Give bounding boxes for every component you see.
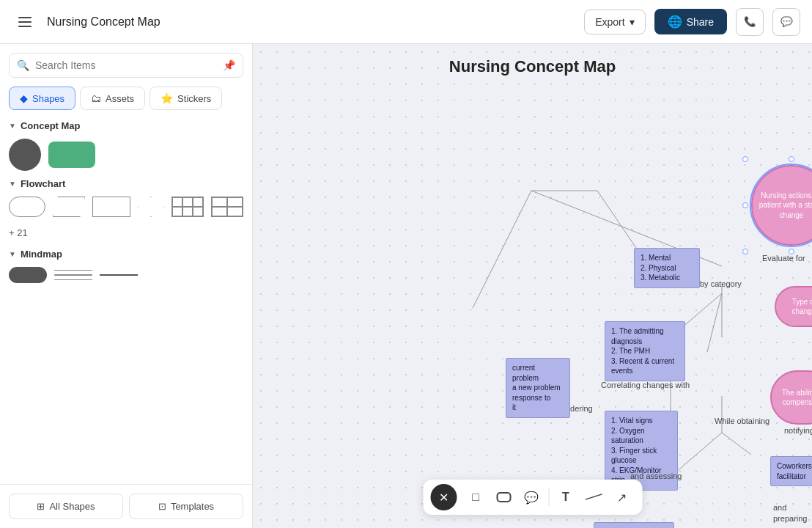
- rect-icon: □: [472, 491, 479, 504]
- chevron-down-icon: ▾: [630, 16, 635, 28]
- toolbar-divider: [548, 488, 549, 506]
- cursor-icon: ↗: [617, 491, 627, 505]
- diamond-icon: ◆: [20, 92, 28, 104]
- speech-bubble-tool-button[interactable]: 💬: [518, 484, 545, 510]
- diamond-shape: [138, 197, 164, 217]
- label-correlating: Correlating changes with: [601, 380, 690, 391]
- section-concept-map-label: Concept Map: [21, 120, 81, 131]
- node-patient[interactable]: 1. The patient2. Laboratory result3. Dia…: [594, 522, 674, 528]
- tab-stickers[interactable]: ⭐ Stickers: [150, 87, 222, 110]
- type-change-text: Type of change: [776, 294, 812, 320]
- pin-icon[interactable]: 📌: [223, 59, 235, 71]
- all-shapes-label: All Shapes: [49, 501, 95, 512]
- shape-rect[interactable]: [92, 197, 130, 217]
- lines-shape: [54, 267, 92, 283]
- tab-shapes-label: Shapes: [32, 93, 64, 104]
- cell-shape: [48, 142, 95, 168]
- shape-diamond[interactable]: [138, 197, 164, 217]
- more-shapes-button[interactable]: + 21: [9, 224, 243, 241]
- line-icon: ╱: [585, 488, 602, 505]
- mindmap-shapes: [9, 267, 243, 283]
- shape-cell[interactable]: [48, 139, 95, 171]
- all-shapes-button[interactable]: ⊞ All Shapes: [9, 494, 123, 519]
- svg-line-3: [473, 191, 531, 308]
- panel-body: 🔍 📌 ◆ Shapes 🗂 Assets ⭐ Stickers: [0, 44, 252, 484]
- concept-map-shapes: [9, 139, 243, 171]
- text-icon: T: [562, 491, 569, 504]
- comment-icon: 💬: [780, 16, 793, 27]
- chevron-down-icon: ▼: [9, 250, 16, 258]
- rect-shape: [92, 197, 130, 217]
- shape-bubble[interactable]: [9, 139, 41, 171]
- mental-text: 1. Mental2. Physical3. Metabolic: [641, 253, 693, 283]
- tab-assets-label: Assets: [106, 93, 134, 104]
- node-coworkers[interactable]: Coworkers and facilitator: [770, 456, 812, 486]
- assets-icon: 🗂: [91, 92, 101, 104]
- close-toolbar-button[interactable]: ✕: [430, 484, 457, 510]
- canvas-title: Nursing Concept Map: [449, 57, 616, 76]
- node-type-of-change[interactable]: Type of change: [775, 286, 812, 327]
- tab-assets[interactable]: 🗂 Assets: [80, 87, 145, 110]
- left-panel: 🔍 📌 ◆ Shapes 🗂 Assets ⭐ Stickers: [0, 44, 253, 528]
- line-shape: [100, 274, 138, 276]
- hamburger-button[interactable]: [12, 9, 38, 35]
- node-admitting[interactable]: 1. The admitting diagnosis2. The PMH3. R…: [605, 321, 685, 381]
- bubble-shape: [9, 139, 41, 171]
- shape-pill[interactable]: [9, 267, 47, 283]
- stadium-shape: [9, 197, 45, 217]
- templates-button[interactable]: ⊡ Templates: [129, 494, 243, 519]
- section-flowchart[interactable]: ▼ Flowchart: [9, 178, 243, 189]
- main-container: 🔍 📌 ◆ Shapes 🗂 Assets ⭐ Stickers: [0, 44, 812, 528]
- flowchart-shapes: [9, 197, 243, 217]
- node-current-problem[interactable]: current problema new problemresponse toi…: [506, 358, 570, 418]
- bottom-toolbar: ✕ □ 💬 T ╱ ↗: [423, 480, 642, 515]
- label-by-category: by category: [700, 279, 742, 290]
- call-button[interactable]: 📞: [736, 8, 764, 36]
- shape-parallelogram[interactable]: [53, 197, 85, 217]
- search-icon: 🔍: [17, 59, 29, 71]
- shape-stadium[interactable]: [9, 197, 45, 217]
- node-nursing-actions[interactable]: Nursing actions for patient with a statu…: [751, 165, 812, 246]
- share-button[interactable]: 🌐 Share: [654, 9, 727, 34]
- comment-button[interactable]: 💬: [772, 8, 800, 36]
- rectangle-tool-button[interactable]: □: [462, 484, 489, 510]
- section-concept-map[interactable]: ▼ Concept Map: [9, 120, 243, 131]
- current-problem-text: current problema new problemresponse toi…: [512, 363, 564, 413]
- parallelogram-shape: [53, 197, 85, 217]
- grid3x2-shape: [171, 197, 204, 217]
- shape-grid2x2[interactable]: [211, 197, 243, 217]
- shapes-tab-bar: ◆ Shapes 🗂 Assets ⭐ Stickers: [9, 87, 243, 110]
- label-evaluate-for: Evaluate for: [762, 253, 805, 264]
- section-flowchart-label: Flowchart: [21, 178, 65, 189]
- search-bar: 🔍 📌: [9, 53, 243, 78]
- search-input[interactable]: [35, 59, 217, 71]
- bottom-tabs: ⊞ All Shapes ⊡ Templates: [0, 484, 252, 528]
- rounded-rect-tool-button[interactable]: [490, 484, 517, 510]
- label-while-obtaining: While obtaining: [715, 416, 769, 427]
- ability-text: The ability to compensate: [772, 384, 812, 412]
- line-tool-button[interactable]: ╱: [580, 484, 607, 510]
- shape-lines[interactable]: [54, 267, 92, 283]
- tab-stickers-label: Stickers: [177, 93, 211, 104]
- grid2x2-shape: [211, 197, 243, 217]
- shape-line[interactable]: [100, 267, 138, 283]
- section-mindmap[interactable]: ▼ Mindmap: [9, 249, 243, 260]
- tab-shapes[interactable]: ◆ Shapes: [9, 87, 75, 110]
- star-icon: ⭐: [160, 92, 173, 104]
- coworkers-text: Coworkers and facilitator: [777, 461, 812, 481]
- admitting-text: 1. The admitting diagnosis2. The PMH3. R…: [611, 326, 679, 376]
- node-ability-compensate[interactable]: The ability to compensate: [770, 370, 812, 425]
- app-header: Nursing Concept Map Export ▾ 🌐 Share 📞 💬: [0, 0, 812, 44]
- export-button[interactable]: Export ▾: [584, 10, 645, 34]
- cursor-tool-button[interactable]: ↗: [608, 484, 635, 510]
- close-icon: ✕: [439, 491, 449, 505]
- nursing-actions-text: Nursing actions for patient with a statu…: [753, 185, 812, 227]
- chevron-down-icon: ▼: [9, 122, 16, 130]
- text-tool-button[interactable]: T: [553, 484, 579, 510]
- label-notifying: notifying: [784, 425, 812, 436]
- canvas-area[interactable]: Nursing Concept Map Nursing actions for …: [253, 44, 812, 528]
- rounded-rect-icon: [496, 492, 511, 502]
- shape-grid3x2[interactable]: [171, 197, 204, 217]
- pill-shape: [9, 267, 47, 283]
- node-mental[interactable]: 1. Mental2. Physical3. Metabolic: [634, 248, 700, 288]
